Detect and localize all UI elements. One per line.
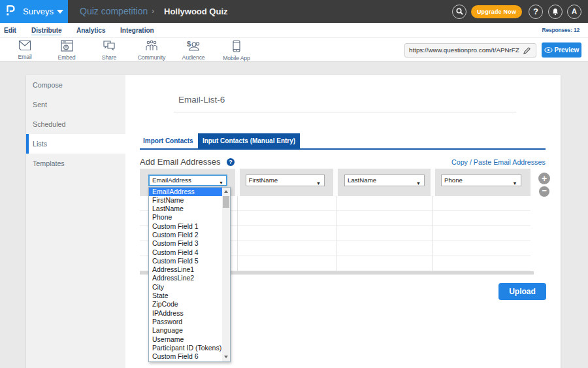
- svg-text:$: $: [187, 40, 191, 48]
